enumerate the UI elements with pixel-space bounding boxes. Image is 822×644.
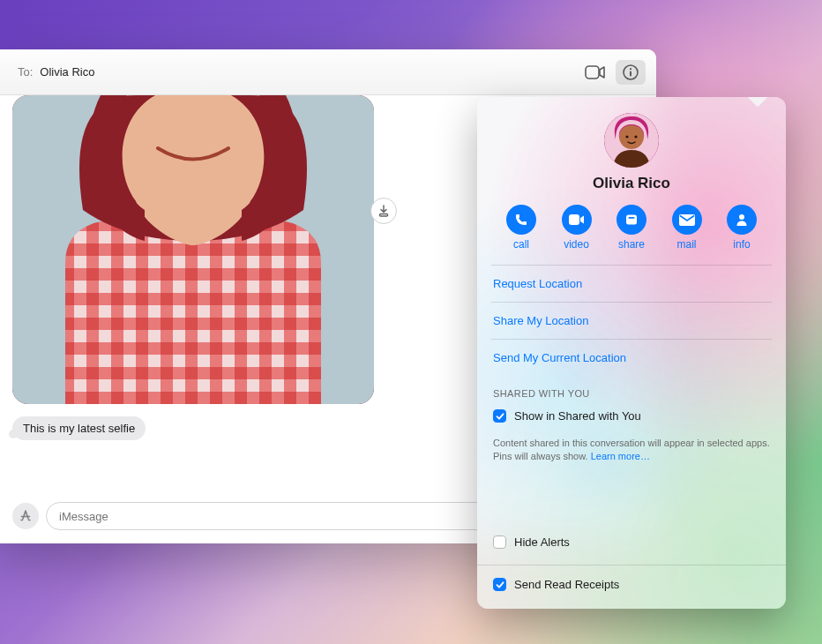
read-receipts-label: Send Read Receipts [514, 578, 619, 591]
hide-alerts-row[interactable]: Hide Alerts [491, 532, 772, 552]
video-icon [569, 214, 585, 225]
read-receipts-row[interactable]: Send Read Receipts [491, 574, 772, 600]
avatar-illustration [604, 113, 659, 168]
share-my-location-link[interactable]: Share My Location [491, 303, 772, 339]
svg-rect-16 [629, 217, 635, 219]
send-current-location-link[interactable]: Send My Current Location [491, 340, 772, 376]
video-icon [585, 65, 606, 79]
share-label: share [618, 238, 645, 251]
info-action[interactable]: info [717, 205, 766, 251]
svg-rect-0 [586, 66, 599, 79]
contact-avatar[interactable] [604, 113, 659, 168]
svg-rect-14 [569, 214, 579, 225]
contact-name: Olivia Rico [491, 175, 772, 192]
contact-actions: call video share mail info [491, 205, 772, 251]
show-in-shared-row[interactable]: Show in Shared with You [491, 406, 772, 426]
svg-rect-15 [626, 215, 637, 225]
show-in-shared-label: Show in Shared with You [514, 409, 641, 423]
apps-button[interactable] [12, 503, 39, 529]
info-icon [623, 64, 639, 80]
video-label: video [564, 238, 589, 251]
to-label: To: [18, 65, 33, 79]
facetime-button[interactable] [580, 60, 610, 85]
info-label: info [733, 238, 750, 251]
check-icon [496, 580, 504, 589]
check-icon [496, 412, 504, 421]
video-action[interactable]: video [552, 205, 602, 251]
call-label: call [513, 238, 529, 251]
shared-helper-text: Content shared in this conversation will… [493, 437, 770, 464]
mail-label: mail [676, 238, 696, 251]
titlebar: To: Olivia Rico [0, 49, 656, 95]
download-image-button[interactable] [370, 198, 397, 224]
recipient-name: Olivia Rico [40, 65, 94, 79]
person-icon [735, 213, 749, 227]
svg-rect-3 [630, 71, 631, 76]
svg-point-13 [634, 135, 637, 138]
learn-more-link[interactable]: Learn more… [591, 451, 650, 461]
share-action[interactable]: share [607, 205, 656, 251]
phone-icon [514, 213, 528, 227]
svg-point-12 [625, 135, 628, 138]
mail-action[interactable]: mail [662, 205, 712, 251]
appstore-icon [19, 509, 33, 523]
hide-alerts-label: Hide Alerts [514, 535, 570, 549]
to-field: To: Olivia Rico [18, 65, 94, 79]
show-in-shared-checkbox[interactable] [493, 409, 506, 423]
details-popover: Olivia Rico call video share mail [477, 97, 786, 609]
svg-rect-9 [380, 214, 388, 217]
incoming-message-bubble[interactable]: This is my latest selfie [12, 416, 146, 440]
request-location-link[interactable]: Request Location [491, 266, 772, 302]
mail-icon [679, 214, 695, 226]
svg-point-18 [739, 214, 744, 220]
share-icon [624, 213, 639, 227]
details-button[interactable] [616, 60, 646, 85]
read-receipts-checkbox[interactable] [493, 578, 506, 591]
svg-point-2 [630, 68, 631, 70]
selfie-illustration [12, 95, 374, 404]
call-action[interactable]: call [497, 205, 546, 251]
hide-alerts-checkbox[interactable] [493, 535, 506, 549]
shared-with-you-title: SHARED WITH YOU [493, 388, 772, 399]
received-image[interactable] [12, 95, 374, 404]
download-icon [377, 205, 390, 217]
